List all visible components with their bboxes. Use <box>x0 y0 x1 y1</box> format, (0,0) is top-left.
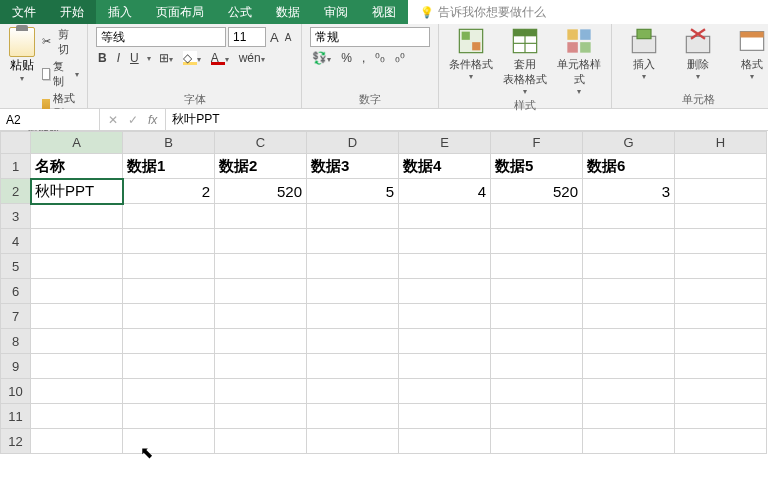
cell-F4[interactable] <box>491 229 583 254</box>
cell-B12[interactable] <box>123 429 215 454</box>
cell-G11[interactable] <box>583 404 675 429</box>
cell-C4[interactable] <box>215 229 307 254</box>
fill-color-button[interactable]: ◇▾ <box>181 51 203 65</box>
col-header-D[interactable]: D <box>307 132 399 154</box>
insert-cells-button[interactable]: 插入▾ <box>620 27 668 81</box>
cell-H8[interactable] <box>675 329 767 354</box>
table-format-button[interactable]: 套用 表格格式▾ <box>501 27 549 96</box>
cell-C6[interactable] <box>215 279 307 304</box>
tab-data[interactable]: 数据 <box>264 0 312 24</box>
cell-F12[interactable] <box>491 429 583 454</box>
cut-button[interactable]: ✂ 剪切 <box>42 27 79 57</box>
tab-formulas[interactable]: 公式 <box>216 0 264 24</box>
cell-G7[interactable] <box>583 304 675 329</box>
col-header-C[interactable]: C <box>215 132 307 154</box>
col-header-G[interactable]: G <box>583 132 675 154</box>
cell-G12[interactable] <box>583 429 675 454</box>
col-header-H[interactable]: H <box>675 132 767 154</box>
cell-D6[interactable] <box>307 279 399 304</box>
cell-D11[interactable] <box>307 404 399 429</box>
cell-D10[interactable] <box>307 379 399 404</box>
number-format-select[interactable] <box>310 27 430 47</box>
cell-H9[interactable] <box>675 354 767 379</box>
cell-D3[interactable] <box>307 204 399 229</box>
increase-decimal-button[interactable]: ⁰₀ <box>373 51 387 65</box>
tab-page-layout[interactable]: 页面布局 <box>144 0 216 24</box>
insert-function-button[interactable]: fx <box>148 113 157 127</box>
row-header-4[interactable]: 4 <box>1 229 31 254</box>
row-header-5[interactable]: 5 <box>1 254 31 279</box>
tell-me-search[interactable]: 💡 告诉我你想要做什么 <box>408 0 558 24</box>
cell-D9[interactable] <box>307 354 399 379</box>
cell-H3[interactable] <box>675 204 767 229</box>
cell-D2[interactable]: 5 <box>307 179 399 204</box>
accounting-format-button[interactable]: 💱▾ <box>310 51 333 65</box>
cell-G6[interactable] <box>583 279 675 304</box>
row-header-12[interactable]: 12 <box>1 429 31 454</box>
cell-G5[interactable] <box>583 254 675 279</box>
enter-formula-button[interactable]: ✓ <box>128 113 138 127</box>
cell-F9[interactable] <box>491 354 583 379</box>
underline-button[interactable]: U <box>128 51 141 65</box>
format-cells-button[interactable]: 格式▾ <box>728 27 768 81</box>
cell-H11[interactable] <box>675 404 767 429</box>
row-header-1[interactable]: 1 <box>1 154 31 179</box>
cell-C12[interactable] <box>215 429 307 454</box>
cell-A2[interactable]: 秋叶PPT <box>31 179 123 204</box>
paste-button[interactable]: 粘贴 ▾ <box>8 27 36 83</box>
col-header-E[interactable]: E <box>399 132 491 154</box>
copy-button[interactable]: 复制 ▾ <box>42 59 79 89</box>
cell-H5[interactable] <box>675 254 767 279</box>
cell-E11[interactable] <box>399 404 491 429</box>
font-size-select[interactable] <box>228 27 266 47</box>
cell-F10[interactable] <box>491 379 583 404</box>
bold-button[interactable]: B <box>96 51 109 65</box>
cell-D4[interactable] <box>307 229 399 254</box>
cell-A4[interactable] <box>31 229 123 254</box>
row-header-8[interactable]: 8 <box>1 329 31 354</box>
cell-H7[interactable] <box>675 304 767 329</box>
cell-A8[interactable] <box>31 329 123 354</box>
cell-E8[interactable] <box>399 329 491 354</box>
cell-B10[interactable] <box>123 379 215 404</box>
cell-styles-button[interactable]: 单元格样式▾ <box>555 27 603 96</box>
col-header-B[interactable]: B <box>123 132 215 154</box>
cell-B1[interactable]: 数据1 <box>123 154 215 179</box>
cell-H10[interactable] <box>675 379 767 404</box>
comma-button[interactable]: , <box>360 51 367 65</box>
row-header-10[interactable]: 10 <box>1 379 31 404</box>
cell-G3[interactable] <box>583 204 675 229</box>
cell-E10[interactable] <box>399 379 491 404</box>
row-header-9[interactable]: 9 <box>1 354 31 379</box>
cell-E5[interactable] <box>399 254 491 279</box>
row-header-3[interactable]: 3 <box>1 204 31 229</box>
cell-B4[interactable] <box>123 229 215 254</box>
name-box[interactable]: A2 <box>0 109 100 130</box>
tab-review[interactable]: 审阅 <box>312 0 360 24</box>
row-header-11[interactable]: 11 <box>1 404 31 429</box>
formula-input[interactable]: 秋叶PPT <box>166 109 768 130</box>
cell-C1[interactable]: 数据2 <box>215 154 307 179</box>
cell-B3[interactable] <box>123 204 215 229</box>
cell-C10[interactable] <box>215 379 307 404</box>
cell-E3[interactable] <box>399 204 491 229</box>
cell-B5[interactable] <box>123 254 215 279</box>
cell-B8[interactable] <box>123 329 215 354</box>
italic-button[interactable]: I <box>115 51 122 65</box>
cell-A6[interactable] <box>31 279 123 304</box>
cell-A11[interactable] <box>31 404 123 429</box>
cell-C5[interactable] <box>215 254 307 279</box>
tab-file[interactable]: 文件 <box>0 0 48 24</box>
cell-H4[interactable] <box>675 229 767 254</box>
increase-font-button[interactable]: A <box>268 30 281 45</box>
cell-H6[interactable] <box>675 279 767 304</box>
conditional-format-button[interactable]: 条件格式▾ <box>447 27 495 81</box>
font-color-button[interactable]: A▾ <box>209 51 231 65</box>
phonetic-button[interactable]: wén▾ <box>237 51 267 65</box>
select-all-corner[interactable] <box>1 132 31 154</box>
cell-A7[interactable] <box>31 304 123 329</box>
cell-E7[interactable] <box>399 304 491 329</box>
cell-A12[interactable] <box>31 429 123 454</box>
cell-F5[interactable] <box>491 254 583 279</box>
cell-E4[interactable] <box>399 229 491 254</box>
